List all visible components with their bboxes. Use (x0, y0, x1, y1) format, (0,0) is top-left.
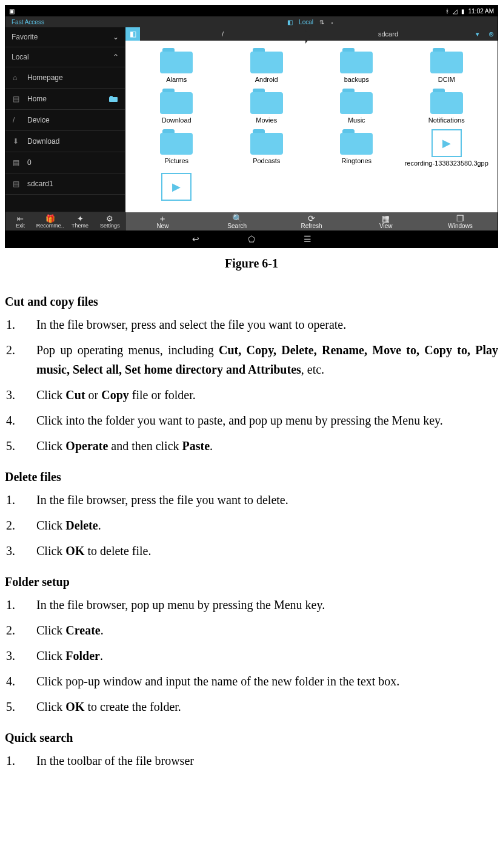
battery-icon: ▮ (461, 8, 465, 15)
section-heading: Cut and copy files (5, 295, 498, 309)
view-button[interactable]: ▦View (348, 212, 423, 230)
item-label: Pictures (164, 157, 188, 165)
button-label: Exit (16, 223, 25, 229)
exit-button[interactable]: ⇤Exit (5, 212, 35, 230)
step: Click Create. (5, 621, 498, 640)
settings-button[interactable]: ⚙Settings (95, 212, 125, 230)
recommend-button[interactable]: 🎁Recomme.. (35, 212, 65, 230)
step: In the file browser, pop up menu by pres… (5, 595, 498, 614)
folder-item[interactable]: Podcasts (222, 128, 312, 169)
sd-icon: ◧ (287, 19, 293, 25)
slash-icon: / (13, 116, 21, 124)
breadcrumb-sdcard[interactable]: sdcard (305, 30, 471, 38)
button-label: View (379, 223, 393, 229)
sidebar-item-home[interactable]: ▤ Home (5, 89, 125, 110)
search-button[interactable]: 🔍Search (200, 212, 275, 230)
path-menu-icon[interactable]: ▾ (471, 30, 484, 38)
folder-icon (160, 48, 193, 73)
button-label: Search (227, 223, 247, 229)
breadcrumb-label: sdcard (378, 30, 398, 38)
step-list: In the file browser, press the file you … (5, 490, 498, 560)
theme-icon: ✦ (65, 215, 95, 223)
folder-icon (430, 48, 463, 73)
refresh-icon: ⟳ (308, 214, 315, 223)
file-item[interactable]: ▶ (132, 172, 222, 204)
folder-item[interactable]: Download (132, 87, 222, 126)
back-icon[interactable]: ↩ (192, 234, 199, 244)
exit-icon: ⇤ (5, 215, 35, 223)
chevron-up-icon: ⌃ (113, 53, 119, 61)
sidebar-item-sdcard1[interactable]: ▤ sdcard1 (5, 173, 125, 195)
folder-icon (340, 89, 373, 114)
item-label: Android (255, 76, 278, 84)
current-folder-icon (109, 96, 118, 102)
path-bar: ◧ / sdcard ▾ ⊗ (125, 27, 498, 41)
folder-item[interactable]: Android (222, 47, 312, 85)
step: In the file browser, press and select th… (5, 315, 498, 334)
file-item[interactable]: ▶recording-1338323580.3gpp (402, 128, 492, 169)
folder-icon: ▤ (13, 95, 21, 103)
window-tab-strip: Fast Access ◧ Local ⇅ ⬩ (5, 16, 498, 27)
folder-item[interactable]: Alarms (132, 47, 222, 85)
folder-item[interactable]: Notifications (402, 87, 492, 126)
folder-item[interactable]: backups (311, 47, 402, 85)
folder-icon (340, 48, 373, 73)
button-label: Refresh (301, 223, 322, 229)
android-status-bar: ▣ ᚼ ◿ ▮ 11:02 AM (5, 5, 498, 16)
sidebar: Favorite ⌄ Local ⌃ ⌂ Homepage ▤ Home (5, 27, 125, 230)
sidebar-item-label: Download (27, 137, 59, 146)
sidebar-item-label: Home (27, 95, 47, 103)
button-label: Settings (100, 223, 120, 229)
theme-button[interactable]: ✦Theme (65, 212, 95, 230)
breadcrumb-root[interactable]: / (140, 30, 305, 38)
content-area: ◧ / sdcard ▾ ⊗ Alarms Android backups DC… (125, 27, 498, 230)
close-tab-icon[interactable]: ⊗ (484, 30, 498, 38)
folder-item[interactable]: Music (311, 87, 402, 126)
tab-fast-access[interactable]: Fast Access (12, 19, 44, 25)
section-heading: Folder setup (5, 575, 498, 589)
step: Click Cut or Copy file or folder. (5, 385, 498, 405)
step-list: In the toolbar of the file browser (5, 751, 498, 770)
storage-icon[interactable]: ◧ (125, 27, 140, 41)
step: Click into the folder you want to paste,… (5, 411, 498, 430)
windows-button[interactable]: ❐Windows (423, 212, 498, 230)
gift-icon: 🎁 (35, 215, 65, 223)
folder-item[interactable]: DCIM (402, 47, 492, 85)
item-label: Movies (256, 116, 277, 124)
tab-local[interactable]: Local (299, 19, 313, 25)
step: Click OK to create the folder. (5, 697, 498, 716)
step: In the toolbar of the file browser (5, 751, 498, 770)
sd-icon: ▤ (13, 180, 21, 188)
sidebar-item-label: Device (27, 116, 50, 124)
item-label: Alarms (166, 76, 187, 84)
folder-icon (250, 129, 283, 155)
sidebar-item-download[interactable]: ⬇ Download (5, 131, 125, 152)
button-label: Windows (448, 223, 473, 229)
sidebar-item-0[interactable]: ▤ 0 (5, 152, 125, 173)
sidebar-item-homepage[interactable]: ⌂ Homepage (5, 67, 125, 89)
refresh-button[interactable]: ⟳Refresh (275, 212, 349, 230)
home-outline-icon: ⌂ (13, 73, 21, 82)
video-file-icon: ▶ (161, 173, 192, 201)
section-heading: Delete files (5, 470, 498, 484)
item-label: Podcasts (253, 157, 280, 165)
folder-item[interactable]: Movies (222, 87, 312, 126)
new-button[interactable]: ＋New (125, 212, 200, 230)
folder-item[interactable]: Ringtones (311, 128, 402, 169)
button-label: Recomme.. (36, 223, 64, 229)
signal-icon: ◿ (453, 8, 458, 15)
search-icon: 🔍 (232, 214, 242, 223)
folder-item[interactable]: Pictures (132, 128, 222, 169)
step: Click Operate and then click Paste. (5, 436, 498, 456)
recent-icon[interactable]: ☰ (304, 234, 311, 244)
folder-icon (430, 89, 463, 114)
usb-icon: ⇅ (319, 19, 324, 25)
button-label: New (156, 223, 168, 229)
file-manager-screenshot: ▣ ᚼ ◿ ▮ 11:02 AM Fast Access ◧ Local ⇅ ⬩… (5, 5, 498, 248)
sidebar-section-local[interactable]: Local ⌃ (5, 47, 125, 67)
home-icon[interactable]: ⬠ (248, 234, 255, 244)
sidebar-section-favorite[interactable]: Favorite ⌄ (5, 27, 125, 47)
sidebar-item-device[interactable]: / Device (5, 110, 125, 131)
video-file-icon: ▶ (431, 129, 462, 157)
clock-text: 11:02 AM (468, 8, 494, 15)
